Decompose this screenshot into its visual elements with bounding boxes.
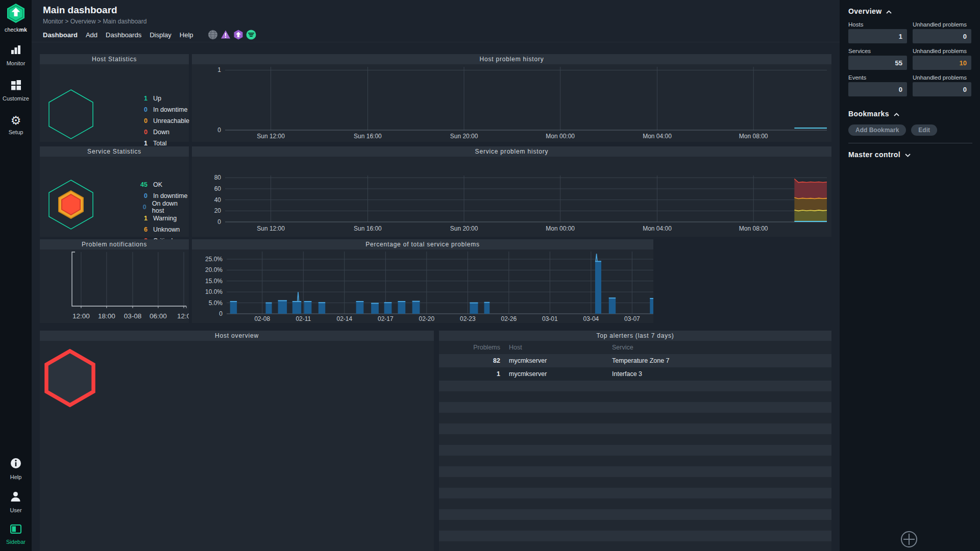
host-stats-legend: 1Up 0In downtime 0Unreachable 0Down 1Tot… xyxy=(130,93,189,149)
svg-text:12:0: 12:0 xyxy=(177,312,189,320)
menu-item-dashboard[interactable]: Dashboard xyxy=(43,31,78,39)
panel-problem-notifications: Problem notifications 12:0018:0003-0806:… xyxy=(40,239,189,323)
services-count[interactable]: 55 xyxy=(848,56,907,70)
empty-table-stripe xyxy=(439,466,831,477)
snapin-master-control-header[interactable]: Master control xyxy=(848,151,972,159)
col-header-service[interactable]: Service xyxy=(612,341,831,354)
checkmk-dashboard: checkmk Monitor xyxy=(0,0,980,551)
events-unhandled-count[interactable]: 0 xyxy=(913,82,971,96)
svg-text:03-08: 03-08 xyxy=(124,312,142,320)
host-state-hexagon[interactable] xyxy=(48,89,93,141)
legend-row-unreachable[interactable]: 0Unreachable xyxy=(130,115,189,127)
svg-text:02-08: 02-08 xyxy=(254,315,270,322)
empty-table-stripe xyxy=(439,445,831,456)
snapin-overview-header[interactable]: Overview xyxy=(848,7,972,15)
nav-group-bottom: Help User Sidebar xyxy=(0,458,32,545)
hexagon-up-icon[interactable] xyxy=(233,30,243,40)
svg-text:03-07: 03-07 xyxy=(624,315,640,322)
add-bookmark-button[interactable]: Add Bookmark xyxy=(848,124,906,136)
svg-text:Mon 04:00: Mon 04:00 xyxy=(643,133,672,140)
host-overview-hexagon[interactable] xyxy=(44,349,96,409)
svg-text:Sun 12:00: Sun 12:00 xyxy=(257,225,285,232)
hosts-unhandled-count[interactable]: 0 xyxy=(913,29,971,43)
col-header-problems[interactable]: Problems xyxy=(439,341,500,354)
legend-row-down[interactable]: 0Down xyxy=(130,127,189,138)
legend-row-ok[interactable]: 45OK xyxy=(130,179,189,190)
svg-text:10.0%: 10.0% xyxy=(205,288,223,295)
legend-row-in-downtime[interactable]: 0In downtime xyxy=(130,104,189,115)
svg-text:60: 60 xyxy=(214,185,222,192)
empty-table-stripe xyxy=(439,423,831,434)
col-header-host[interactable]: Host xyxy=(500,341,612,354)
svg-text:12:00: 12:00 xyxy=(72,312,90,320)
panel-title: Host overview xyxy=(40,331,434,341)
empty-table-stripe xyxy=(439,488,831,498)
panel-title: Service Statistics xyxy=(40,146,189,157)
menu-item-display[interactable]: Display xyxy=(150,31,172,39)
snapin-bookmarks-header[interactable]: Bookmarks xyxy=(848,110,972,118)
gear-icon: ⚙ xyxy=(11,115,21,126)
nav-item-help[interactable]: Help xyxy=(10,458,22,480)
legend-row-up[interactable]: 1Up xyxy=(130,93,189,104)
table-row[interactable]: 1 mycmkserver Interface 3 xyxy=(439,367,831,381)
legend-row-warning[interactable]: 1Warning xyxy=(130,213,189,224)
svg-text:1: 1 xyxy=(217,66,221,73)
add-snapin-button[interactable] xyxy=(900,531,918,548)
chevron-up-icon xyxy=(886,7,892,15)
svg-text:15.0%: 15.0% xyxy=(205,278,223,285)
menu-item-add[interactable]: Add xyxy=(86,31,97,39)
filter-icon[interactable] xyxy=(246,30,256,40)
page-title: Main dashboard xyxy=(43,5,840,16)
nav-item-monitor[interactable]: Monitor xyxy=(7,45,26,66)
legend-row-on-down-host[interactable]: 0On down host xyxy=(130,202,189,213)
svg-text:18:00: 18:00 xyxy=(98,312,115,320)
panel-title: Top alerters (last 7 days) xyxy=(439,331,831,341)
hosts-count[interactable]: 1 xyxy=(848,29,907,43)
service-problem-history-chart: Sun 12:00Sun 16:00Sun 20:00Mon 00:00Mon … xyxy=(192,157,831,237)
menu-icon-cluster xyxy=(208,30,256,40)
bookmark-buttons: Add Bookmark Edit xyxy=(848,124,972,136)
table-row[interactable]: 82 mycmkserver Temperature Zone 7 xyxy=(439,354,831,367)
svg-text:02-20: 02-20 xyxy=(419,315,434,322)
checkmk-logo[interactable]: checkmk xyxy=(5,0,27,33)
svg-text:02-11: 02-11 xyxy=(296,315,311,322)
menu-item-help[interactable]: Help xyxy=(180,31,193,39)
svg-text:0: 0 xyxy=(217,127,221,134)
panel-title: Percentage of total service problems xyxy=(192,239,653,249)
host-problem-history-chart: Sun 12:00Sun 16:00Sun 20:00Mon 00:00Mon … xyxy=(192,64,831,142)
dashboard: Host Statistics 1Up 0In downtime 0Unreac… xyxy=(32,0,840,551)
breadcrumb: Monitor > Overview > Main dashboard xyxy=(43,18,840,25)
info-icon xyxy=(10,458,21,471)
nav-item-setup[interactable]: ⚙ Setup xyxy=(9,115,23,135)
panel-service-statistics: Service Statistics 45OK 0In downtime 0On… xyxy=(40,146,189,237)
svg-text:Mon 08:00: Mon 08:00 xyxy=(739,133,768,140)
service-state-hexagon[interactable] xyxy=(48,180,93,232)
panel-title: Problem notifications xyxy=(40,239,189,249)
svg-text:Mon 04:00: Mon 04:00 xyxy=(643,225,672,232)
nav-item-sidebar[interactable]: Sidebar xyxy=(6,524,26,545)
warning-triangle-icon[interactable] xyxy=(220,30,231,40)
services-label: Services xyxy=(848,48,907,54)
panel-title: Host problem history xyxy=(192,54,831,64)
overview-grid: Hosts 1 Unhandled problems 0 Services 55… xyxy=(848,21,972,96)
globe-icon[interactable] xyxy=(208,30,218,40)
nav-item-customize[interactable]: Customize xyxy=(3,80,29,102)
nav-item-user[interactable]: User xyxy=(10,491,21,513)
checkmk-logo-icon xyxy=(7,4,24,25)
svg-text:0: 0 xyxy=(217,218,221,226)
hosts-unhandled-label: Unhandled problems xyxy=(913,21,971,28)
services-unhandled-count[interactable]: 10 xyxy=(913,56,971,70)
main-area: Main dashboard Monitor > Overview > Main… xyxy=(32,0,840,551)
legend-row-unknown[interactable]: 6Unknown xyxy=(130,224,189,235)
menu-item-dashboards[interactable]: Dashboards xyxy=(106,31,141,39)
svg-text:Sun 12:00: Sun 12:00 xyxy=(257,133,285,140)
empty-table-stripe xyxy=(439,509,831,520)
page-header: Main dashboard Monitor > Overview > Main… xyxy=(32,0,840,25)
panel-host-overview: Host overview xyxy=(40,331,434,551)
events-count[interactable]: 0 xyxy=(848,82,907,96)
user-icon xyxy=(10,491,21,504)
checkmk-logo-text: checkmk xyxy=(5,27,27,33)
pct-service-problems-chart: 02-0802-1102-1402-1702-2002-2302-2603-01… xyxy=(192,249,653,323)
snapin-master-control: Master control xyxy=(848,151,972,159)
edit-bookmarks-button[interactable]: Edit xyxy=(911,124,937,136)
